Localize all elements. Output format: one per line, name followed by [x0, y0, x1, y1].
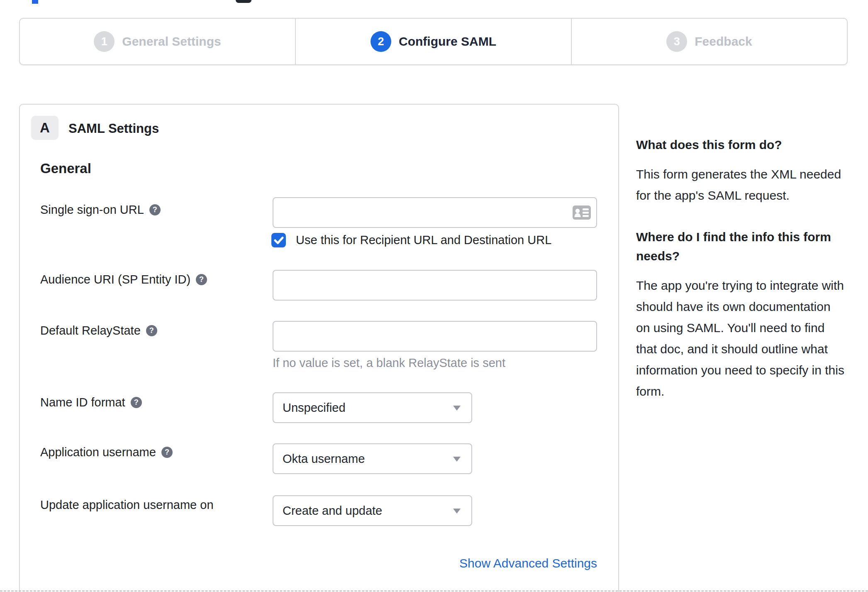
chevron-down-icon	[453, 509, 461, 514]
application-username-select[interactable]: Okta username	[273, 443, 472, 474]
sidebar-paragraph: The app you're trying to integrate with …	[636, 275, 848, 402]
update-application-username-label: Update application username on	[40, 498, 214, 512]
field-label-text: Name ID format	[40, 396, 125, 409]
name-id-format-label: Name ID format ?	[40, 396, 142, 409]
single-sign-on-url-input[interactable]	[273, 197, 597, 228]
single-sign-on-url-field-wrap	[273, 197, 597, 228]
sidebar-heading: Where do I find the info this form needs…	[636, 228, 848, 266]
field-label-text: Audience URI (SP Entity ID)	[40, 273, 190, 286]
step-label: Feedback	[695, 34, 752, 49]
step-number-badge: 2	[371, 31, 391, 52]
bottom-dashed-divider	[0, 590, 868, 592]
default-relaystate-input[interactable]	[273, 321, 597, 352]
section-title: SAML Settings	[68, 121, 159, 136]
relaystate-hint: If no value is set, a blank RelayState i…	[273, 356, 505, 370]
help-icon[interactable]: ?	[161, 447, 173, 458]
help-icon[interactable]: ?	[149, 204, 161, 215]
wizard-stepper: 1 General Settings 2 Configure SAML 3 Fe…	[19, 18, 848, 65]
general-group-heading: General	[40, 161, 91, 176]
step-number-badge: 3	[666, 31, 687, 52]
chevron-down-icon	[453, 457, 461, 462]
name-id-format-select[interactable]: Unspecified	[273, 392, 472, 423]
help-sidebar: What does this form do? This form genera…	[636, 135, 848, 423]
field-label-text: Single sign-on URL	[40, 203, 144, 217]
saml-settings-panel: A SAML Settings General Single sign-on U…	[19, 104, 619, 592]
recipient-url-checkbox-label: Use this for Recipient URL and Destinati…	[296, 233, 551, 247]
step-feedback[interactable]: 3 Feedback	[571, 19, 847, 64]
step-general-settings[interactable]: 1 General Settings	[20, 19, 295, 64]
help-icon[interactable]: ?	[131, 397, 142, 408]
contact-card-icon	[572, 205, 591, 220]
recipient-url-checkbox-row: Use this for Recipient URL and Destinati…	[271, 233, 551, 247]
recipient-url-checkbox[interactable]	[271, 233, 286, 247]
select-value: Okta username	[283, 452, 365, 466]
sidebar-paragraph: This form generates the XML needed for t…	[636, 164, 848, 206]
select-value: Unspecified	[283, 401, 346, 415]
section-badge-a: A	[31, 116, 59, 140]
checkmark-icon	[274, 236, 284, 245]
audience-uri-label: Audience URI (SP Entity ID) ?	[40, 273, 207, 286]
step-configure-saml[interactable]: 2 Configure SAML	[295, 19, 571, 64]
chevron-down-icon	[453, 406, 461, 411]
field-label-text: Application username	[40, 445, 156, 459]
application-username-label: Application username ?	[40, 445, 173, 459]
field-label-text: Update application username on	[40, 498, 214, 512]
header-remnant-icon	[236, 0, 251, 3]
step-label: Configure SAML	[399, 34, 496, 49]
help-icon[interactable]: ?	[196, 274, 207, 285]
header-remnant-blue	[32, 0, 38, 4]
audience-uri-input[interactable]	[273, 270, 597, 301]
help-icon[interactable]: ?	[146, 325, 157, 336]
step-number-badge: 1	[94, 31, 115, 52]
default-relaystate-label: Default RelayState ?	[40, 324, 157, 338]
update-application-username-select[interactable]: Create and update	[273, 495, 472, 526]
show-advanced-settings-link[interactable]: Show Advanced Settings	[273, 556, 597, 570]
sidebar-heading: What does this form do?	[636, 135, 848, 154]
single-sign-on-url-label: Single sign-on URL ?	[40, 203, 161, 217]
step-label: General Settings	[122, 34, 221, 49]
select-value: Create and update	[283, 504, 382, 518]
field-label-text: Default RelayState	[40, 324, 141, 338]
